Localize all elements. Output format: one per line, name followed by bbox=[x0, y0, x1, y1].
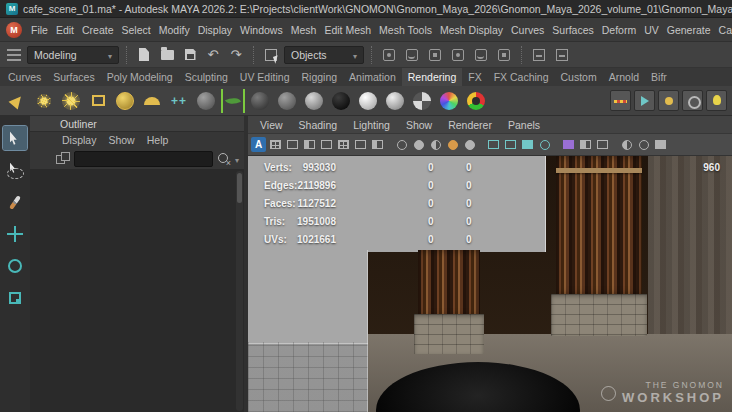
area-light-icon[interactable] bbox=[86, 89, 110, 113]
shelf-tab-surfaces[interactable]: Surfaces bbox=[47, 68, 100, 86]
menu-mesh[interactable]: Mesh bbox=[287, 24, 321, 36]
select-tool[interactable] bbox=[3, 126, 27, 150]
menu-deform[interactable]: Deform bbox=[598, 24, 640, 36]
undo-button[interactable] bbox=[203, 45, 223, 65]
menu-uv[interactable]: UV bbox=[640, 24, 663, 36]
snap-viewplane-button[interactable] bbox=[494, 45, 514, 65]
outliner-menu-display[interactable]: Display bbox=[56, 132, 102, 148]
viewport-menu-lighting[interactable]: Lighting bbox=[345, 119, 398, 131]
shaderball-icon[interactable] bbox=[194, 89, 218, 113]
shelf-tab-fx-caching[interactable]: FX Caching bbox=[488, 68, 555, 86]
directional-light-icon[interactable] bbox=[32, 89, 56, 113]
safe-action-icon[interactable] bbox=[353, 137, 368, 152]
shelf-tab-curves[interactable]: Curves bbox=[2, 68, 47, 86]
textured-icon[interactable] bbox=[428, 137, 443, 152]
ipr-render-icon[interactable] bbox=[634, 90, 655, 111]
menu-file[interactable]: File bbox=[27, 24, 52, 36]
open-scene-button[interactable] bbox=[157, 45, 177, 65]
surface-shader-icon[interactable] bbox=[356, 89, 380, 113]
grid-icon[interactable] bbox=[268, 137, 283, 152]
render-view-icon[interactable] bbox=[610, 90, 631, 111]
select-camera-icon[interactable]: A bbox=[251, 137, 266, 152]
dof-icon[interactable] bbox=[537, 137, 552, 152]
outliner-header[interactable]: Outliner bbox=[30, 116, 244, 132]
filter-icon[interactable] bbox=[56, 152, 70, 165]
shelf-tab-fx[interactable]: FX bbox=[462, 68, 487, 86]
shelf-tab-bifrost[interactable]: Bifr bbox=[645, 68, 673, 86]
shaded-icon[interactable] bbox=[411, 137, 426, 152]
lights-icon[interactable] bbox=[445, 137, 460, 152]
snap-curve-button[interactable] bbox=[402, 45, 422, 65]
menu-curves[interactable]: Curves bbox=[507, 24, 548, 36]
gamma-icon[interactable] bbox=[636, 137, 651, 152]
snap-point-button[interactable] bbox=[425, 45, 445, 65]
menu-generate[interactable]: Generate bbox=[663, 24, 715, 36]
snap-grid-button[interactable] bbox=[379, 45, 399, 65]
standard-surface-icon[interactable] bbox=[248, 89, 272, 113]
snapshot-icon[interactable] bbox=[653, 137, 668, 152]
menu-mesh-tools[interactable]: Mesh Tools bbox=[375, 24, 436, 36]
redo-button[interactable] bbox=[226, 45, 246, 65]
outliner-search-input[interactable] bbox=[74, 151, 213, 167]
outliner-menu-show[interactable]: Show bbox=[102, 132, 140, 148]
save-scene-button[interactable] bbox=[180, 45, 200, 65]
wireframe-icon[interactable] bbox=[394, 137, 409, 152]
menu-modify[interactable]: Modify bbox=[155, 24, 194, 36]
rotate-tool[interactable] bbox=[3, 254, 27, 278]
shelf-tab-uv-editing[interactable]: UV Editing bbox=[234, 68, 296, 86]
menu-surfaces[interactable]: Surfaces bbox=[548, 24, 597, 36]
viewport-menu-renderer[interactable]: Renderer bbox=[440, 119, 500, 131]
shelf-tab-arnold[interactable]: Arnold bbox=[603, 68, 645, 86]
ramp-texture-icon[interactable] bbox=[437, 89, 461, 113]
matte-material-icon[interactable] bbox=[329, 89, 353, 113]
ssao-icon[interactable] bbox=[486, 137, 501, 152]
make-live-button[interactable] bbox=[471, 45, 491, 65]
checker-texture-icon[interactable] bbox=[410, 89, 434, 113]
viewport-menu-panels[interactable]: Panels bbox=[500, 119, 548, 131]
light-editor-icon[interactable] bbox=[706, 90, 727, 111]
menu-windows[interactable]: Windows bbox=[236, 24, 287, 36]
construction-history-button[interactable] bbox=[529, 45, 549, 65]
move-tool[interactable] bbox=[3, 222, 27, 246]
paint-select-tool[interactable] bbox=[3, 190, 27, 214]
workspace-icon[interactable] bbox=[7, 49, 21, 61]
scale-tool[interactable] bbox=[3, 286, 27, 310]
point-light-icon[interactable] bbox=[59, 89, 83, 113]
shadows-icon[interactable] bbox=[462, 137, 477, 152]
new-scene-button[interactable] bbox=[134, 45, 154, 65]
render-sequence-icon[interactable] bbox=[658, 90, 679, 111]
paint-effects-icon[interactable] bbox=[221, 89, 245, 113]
motion-blur-icon[interactable] bbox=[503, 137, 518, 152]
shelf-tab-rendering[interactable]: Rendering bbox=[402, 68, 462, 86]
outliner-scrollbar[interactable] bbox=[236, 171, 243, 411]
ambient-light-icon[interactable] bbox=[140, 89, 164, 113]
search-options-chevron-icon[interactable] bbox=[235, 153, 239, 165]
shelf-tab-animation[interactable]: Animation bbox=[343, 68, 402, 86]
menu-create[interactable]: Create bbox=[78, 24, 118, 36]
viewport-menu-view[interactable]: View bbox=[252, 119, 291, 131]
menu-display[interactable]: Display bbox=[194, 24, 236, 36]
clear-search-icon[interactable] bbox=[217, 152, 231, 166]
shelf-tab-sculpting[interactable]: Sculpting bbox=[179, 68, 234, 86]
metal-material-icon[interactable] bbox=[383, 89, 407, 113]
shelf-tab-poly-modeling[interactable]: Poly Modeling bbox=[101, 68, 179, 86]
shelf-tab-custom[interactable]: Custom bbox=[555, 68, 603, 86]
joints-xray-icon[interactable] bbox=[595, 137, 610, 152]
shelf-tab-rigging[interactable]: Rigging bbox=[295, 68, 343, 86]
lasso-tool[interactable] bbox=[3, 158, 27, 182]
viewport-menu-shading[interactable]: Shading bbox=[291, 119, 346, 131]
viewport-canvas[interactable]: Verts: 993030 0 0 Edges: 2119896 0 0 Fac… bbox=[248, 156, 732, 412]
blinn-material-icon[interactable] bbox=[275, 89, 299, 113]
xray-icon[interactable] bbox=[578, 137, 593, 152]
exposure-icon[interactable] bbox=[619, 137, 634, 152]
menu-cache[interactable]: Ca bbox=[715, 24, 732, 36]
snap-center-button[interactable] bbox=[448, 45, 468, 65]
outliner-tree[interactable] bbox=[30, 170, 244, 412]
resolution-gate-icon[interactable] bbox=[302, 137, 317, 152]
menu-edit-mesh[interactable]: Edit Mesh bbox=[320, 24, 375, 36]
menu-select[interactable]: Select bbox=[118, 24, 155, 36]
film-gate-icon[interactable] bbox=[285, 137, 300, 152]
safe-title-icon[interactable] bbox=[370, 137, 385, 152]
volume-light-icon[interactable] bbox=[113, 89, 137, 113]
menu-edit[interactable]: Edit bbox=[52, 24, 78, 36]
